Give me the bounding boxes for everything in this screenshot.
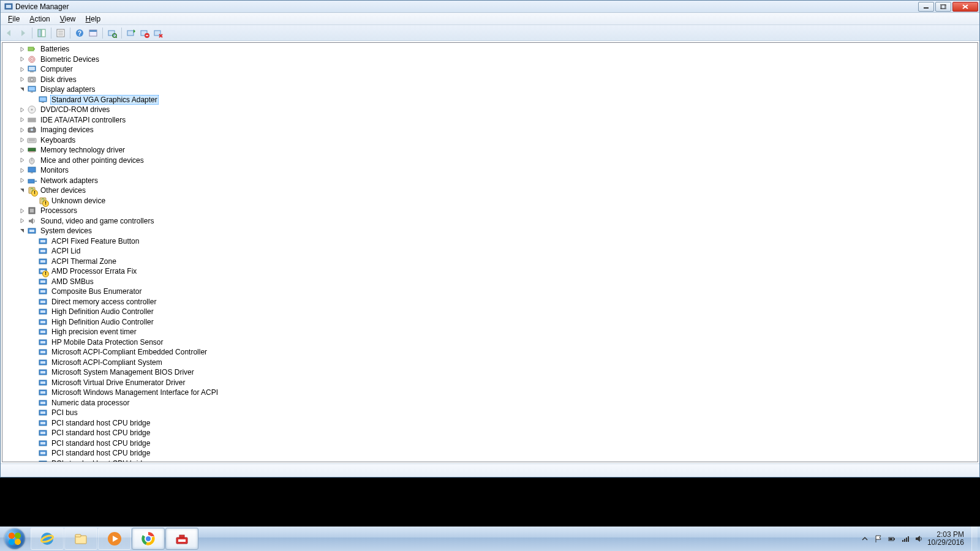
device-tree[interactable]: BatteriesBiometric DevicesComputerDisk d… <box>2 43 978 462</box>
tree-node[interactable]: Memory technology driver <box>2 145 978 156</box>
expand-icon[interactable] <box>18 207 26 214</box>
tree-node[interactable]: Direct memory access controller <box>2 297 978 307</box>
tree-node[interactable]: Biometric Devices <box>2 54 978 65</box>
tree-node[interactable]: Standard VGA Graphics Adapter <box>2 95 978 105</box>
tree-node[interactable]: Network adapters <box>2 176 978 186</box>
disable-button[interactable] <box>138 27 151 39</box>
tree-node[interactable]: Display adapters <box>2 84 978 95</box>
taskbar-app-ie[interactable] <box>31 528 64 550</box>
taskbar-app-diagnostics[interactable] <box>165 528 198 550</box>
tree-node[interactable]: Keyboards <box>2 135 978 146</box>
action-menu-button[interactable] <box>87 27 99 39</box>
expand-icon[interactable] <box>18 76 26 83</box>
back-button[interactable] <box>3 27 15 39</box>
tree-node[interactable]: ACPI Lid <box>2 246 978 257</box>
collapse-icon[interactable] <box>18 187 26 194</box>
tree-node[interactable]: System devices <box>2 226 978 236</box>
expand-icon[interactable] <box>18 45 26 53</box>
action-center-flag-icon[interactable] <box>873 534 883 544</box>
tree-node[interactable]: Computer <box>2 64 978 75</box>
taskbar-app-explorer[interactable] <box>64 528 97 550</box>
power-icon[interactable] <box>887 534 897 544</box>
expand-icon[interactable] <box>18 146 26 154</box>
taskbar-app-chrome[interactable] <box>132 528 165 550</box>
tree-node[interactable]: AMD SMBus <box>2 277 978 287</box>
tree-node[interactable]: Monitors <box>2 165 978 176</box>
tree-node[interactable]: AMD Processor Errata Fix <box>2 266 978 277</box>
tree-node[interactable]: ?Unknown device <box>2 196 978 206</box>
update-driver-button[interactable] <box>125 27 137 39</box>
collapse-icon[interactable] <box>18 227 26 234</box>
tree-node[interactable]: ?Other devices <box>2 186 978 196</box>
expand-icon[interactable] <box>18 126 26 133</box>
expand-icon[interactable] <box>18 116 26 124</box>
expand-icon[interactable] <box>18 137 26 144</box>
tree-node[interactable]: High Definition Audio Controller <box>2 317 978 328</box>
tree-node[interactable]: Disk drives <box>2 75 978 85</box>
svg-rect-106 <box>40 411 45 414</box>
toolbar-separator <box>102 28 103 39</box>
tree-node[interactable]: Imaging devices <box>2 125 978 135</box>
tree-node[interactable]: Microsoft Virtual Drive Enumerator Drive… <box>2 378 978 388</box>
display-icon <box>27 84 37 94</box>
menu-help[interactable]: Help <box>81 13 106 24</box>
tree-node-label: Sound, video and game controllers <box>39 217 155 225</box>
expand-icon[interactable] <box>18 167 26 174</box>
tree-node[interactable]: PCI standard host CPU bridge <box>2 418 978 429</box>
tree-node[interactable]: PCI standard host CPU bridge <box>2 438 978 449</box>
tree-node[interactable]: Sound, video and game controllers <box>2 216 978 227</box>
tree-node[interactable]: Composite Bus Enumerator <box>2 287 978 297</box>
volume-icon[interactable] <box>914 534 924 544</box>
start-button[interactable] <box>2 527 27 551</box>
expand-icon[interactable] <box>18 106 26 113</box>
collapse-icon[interactable] <box>18 86 26 93</box>
tree-node[interactable]: Mice and other pointing devices <box>2 156 978 166</box>
clock[interactable]: 2:03 PM 10/29/2016 <box>927 531 965 547</box>
tree-node[interactable]: Processors <box>2 206 978 216</box>
taskbar-app-wmp[interactable] <box>98 528 131 550</box>
expand-icon[interactable] <box>18 66 26 73</box>
console-tree-button[interactable] <box>36 27 48 39</box>
tree-node[interactable]: PCI bus <box>2 408 978 418</box>
help-button[interactable]: ? <box>74 27 86 39</box>
tree-node[interactable]: Microsoft System Management BIOS Driver <box>2 367 978 378</box>
tree-node[interactable]: Microsoft Windows Management Interface f… <box>2 388 978 398</box>
tree-node-label: PCI standard host CPU bridge <box>50 429 151 437</box>
minimize-button[interactable] <box>918 2 934 12</box>
tree-node[interactable]: ACPI Fixed Feature Button <box>2 236 978 247</box>
tray-overflow-icon[interactable] <box>860 534 870 544</box>
tree-node[interactable]: Microsoft ACPI-Compliant Embedded Contro… <box>2 347 978 358</box>
scan-button[interactable] <box>106 27 118 39</box>
tree-node[interactable]: ACPI Thermal Zone <box>2 257 978 267</box>
svg-rect-39 <box>31 92 33 92</box>
expand-icon[interactable] <box>18 217 26 225</box>
taskbar-buttons <box>31 528 199 550</box>
network-icon[interactable] <box>900 534 910 544</box>
expand-icon[interactable] <box>18 177 26 184</box>
menu-file[interactable]: File <box>3 13 24 24</box>
tree-node[interactable]: HP Mobile Data Protection Sensor <box>2 337 978 348</box>
expand-icon[interactable] <box>18 56 26 63</box>
tree-node[interactable]: PCI standard host CPU bridge <box>2 428 978 438</box>
tree-node[interactable]: PCI standard host CPU bridge <box>2 459 978 462</box>
forward-button[interactable] <box>17 27 29 39</box>
tree-node[interactable]: Batteries <box>2 44 978 54</box>
maximize-button[interactable] <box>935 2 951 12</box>
tree-node[interactable]: IDE ATA/ATAPI controllers <box>2 115 978 126</box>
tree-node[interactable]: High precision event timer <box>2 327 978 337</box>
menu-action[interactable]: Action <box>24 13 55 24</box>
close-button[interactable] <box>952 2 978 12</box>
titlebar[interactable]: Device Manager <box>1 1 979 13</box>
tree-node[interactable]: Microsoft ACPI-Compliant System <box>2 358 978 368</box>
tree-node[interactable]: DVD/CD-ROM drives <box>2 105 978 115</box>
tree-node[interactable]: PCI standard host CPU bridge <box>2 448 978 459</box>
properties-button[interactable] <box>55 27 67 39</box>
show-desktop-button[interactable] <box>971 527 978 551</box>
expand-icon[interactable] <box>18 157 26 164</box>
svg-rect-17 <box>108 31 115 36</box>
menu-view[interactable]: View <box>55 13 81 24</box>
tree-node[interactable]: Numeric data processor <box>2 398 978 408</box>
uninstall-button[interactable] <box>152 27 164 39</box>
tree-node[interactable]: High Definition Audio Controller <box>2 307 978 317</box>
taskbar[interactable]: 2:03 PM 10/29/2016 <box>0 527 980 551</box>
